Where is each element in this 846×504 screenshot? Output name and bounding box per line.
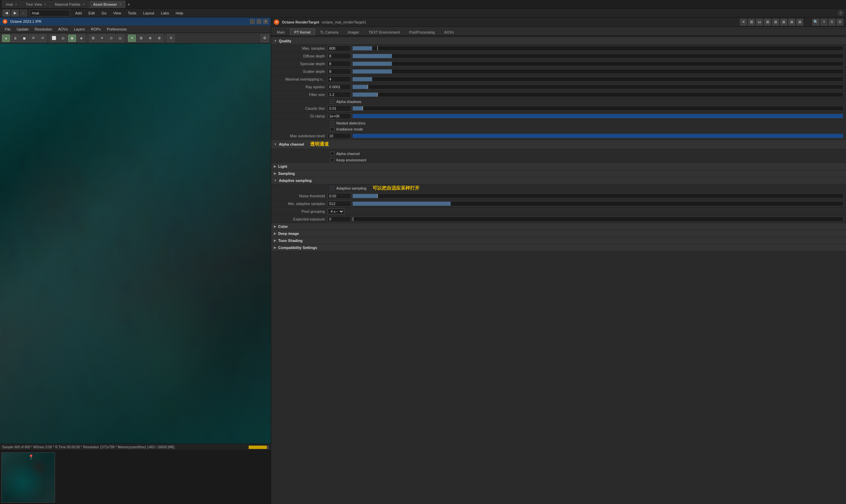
tab-mat[interactable]: /mat ✕ (2, 1, 21, 8)
param-value-maxoverlap[interactable] (327, 76, 351, 82)
toolbar-camera-button[interactable]: ⊗ (155, 35, 163, 42)
toolbar-refresh-button[interactable]: ⟳ (29, 35, 37, 42)
ipr-maximize-button[interactable]: □ (257, 19, 262, 24)
quality-section-header[interactable]: ▼ Quality (271, 38, 846, 44)
header-grid6-icon[interactable]: ⊞ (796, 19, 803, 25)
tab-treeview-close[interactable]: ✕ (44, 3, 47, 6)
tab-tlcamera[interactable]: TL Camera (316, 29, 343, 36)
checkbox-irradiancemode[interactable] (330, 127, 334, 131)
checkbox-keepenv[interactable] (330, 158, 334, 162)
toolbar-crosshair-button[interactable]: ✛ (167, 35, 175, 42)
menu-edit[interactable]: Edit (86, 11, 98, 16)
tab-treeview[interactable]: Tree View ✕ (22, 1, 50, 8)
header-question-icon[interactable]: ? (821, 19, 827, 25)
toolbar-grid2-button[interactable]: ⊞ (137, 35, 145, 42)
info-button[interactable]: ? (838, 11, 843, 16)
adaptivesampling-section-header[interactable]: ▼ Adaptive sampling (271, 177, 846, 184)
menu-add[interactable]: Add (72, 11, 85, 16)
header-info-icon[interactable]: ① (829, 19, 835, 25)
checkbox-nesteddielectrics[interactable] (330, 121, 334, 125)
alphachannel-section-header[interactable]: ▼ Alpha channel 透明通道 (271, 140, 846, 149)
param-value-scatterdepth[interactable] (327, 69, 351, 74)
param-value-speculardepth[interactable] (327, 61, 351, 67)
header-grid3-icon[interactable]: ⊞ (772, 19, 779, 25)
param-value-noisethreshold[interactable] (327, 193, 351, 199)
menu-go[interactable]: Go (99, 11, 109, 16)
param-value-maxsamples[interactable] (327, 45, 351, 51)
toolbar-sun-button[interactable]: ☀ (98, 35, 106, 42)
ipr-minimize-button[interactable]: − (250, 19, 255, 24)
deepimage-section-header[interactable]: ▶ Deep image (271, 230, 846, 237)
toolbar-reset-button[interactable]: ↺ (38, 35, 46, 42)
header-info2-icon[interactable]: ② (836, 19, 843, 25)
param-value-diffusedepth[interactable] (327, 53, 351, 59)
slider-expectedexposure[interactable] (353, 217, 843, 221)
toolbar-expand-button[interactable]: ⊞ (89, 35, 97, 42)
toolbar-focus-button[interactable]: ◎ (116, 35, 124, 42)
param-value-expectedexposure[interactable] (327, 216, 351, 222)
slider-maxsamples[interactable] (353, 46, 843, 51)
slider-diffusedepth[interactable] (353, 54, 843, 58)
ipr-menu-update[interactable]: Update (14, 26, 31, 32)
sampling-section-header[interactable]: ▶ Sampling (271, 170, 846, 177)
path-field[interactable] (30, 10, 70, 16)
checkbox-alphashadows[interactable] (330, 100, 334, 104)
tab-postprocessing[interactable]: PostProcessing (405, 29, 439, 36)
toolbar-render-button[interactable]: ● (2, 35, 10, 42)
header-grid5-icon[interactable]: ⊞ (788, 19, 795, 25)
tab-materialpalette-close[interactable]: ✕ (83, 3, 85, 6)
header-h-icon[interactable]: H (756, 19, 763, 25)
toolbar-settings-button[interactable]: ⚙ (261, 35, 269, 42)
menu-help[interactable]: Help (173, 11, 186, 16)
param-value-giclamp[interactable] (327, 113, 351, 119)
ipr-menu-preferences[interactable]: Preferences (104, 26, 129, 32)
ipr-menu-resolution[interactable]: Resolution (32, 26, 55, 32)
header-close-icon[interactable]: ✕ (740, 19, 747, 25)
tab-main[interactable]: Main (272, 29, 289, 36)
toolbar-home-button[interactable]: ⊕ (146, 35, 154, 42)
tab-ptkernel[interactable]: PT Kernel (290, 29, 315, 36)
toolbar-star-button[interactable]: ✦ (128, 35, 136, 42)
param-value-minadaptive[interactable] (327, 201, 351, 207)
ipr-close-button[interactable]: ✕ (264, 19, 268, 24)
param-value-causticblur[interactable] (327, 105, 351, 111)
color-section-header[interactable]: ▶ Color (271, 223, 846, 230)
tab-add-button[interactable]: + (126, 2, 131, 7)
tab-aovs[interactable]: AOVs (440, 29, 458, 36)
slider-minadaptive[interactable] (353, 201, 843, 206)
menu-layout[interactable]: Layout (141, 11, 157, 16)
slider-noisethreshold[interactable] (353, 194, 843, 198)
slider-maxsubdivision[interactable] (353, 133, 843, 138)
ipr-menu-rops[interactable]: ROPs (88, 26, 103, 32)
tab-mat-close[interactable]: ✕ (15, 3, 17, 6)
param-select-pixelgrouping[interactable]: 4 x 4 2 x 2 1 x 1 8 x 8 (327, 209, 344, 214)
header-grid4-icon[interactable]: ⊞ (780, 19, 787, 25)
slider-rayepsilon[interactable] (353, 85, 843, 89)
ipr-menu-aovs[interactable]: AOVs (55, 26, 71, 32)
ipr-menu-layers[interactable]: Layers (71, 26, 88, 32)
tab-materialpalette[interactable]: Material Palette ✕ (51, 1, 89, 8)
checkbox-alphachannel[interactable] (330, 152, 334, 156)
tab-imager[interactable]: Imager (343, 29, 363, 36)
tab-textenvironment[interactable]: TEXT Environment (364, 29, 404, 36)
menu-tools[interactable]: Tools (125, 11, 139, 16)
nav-back-button[interactable]: ◀ (3, 10, 10, 16)
slider-giclamp[interactable] (353, 114, 843, 119)
slider-filtersize[interactable] (353, 92, 843, 97)
toolbar-active-button[interactable]: ◉ (68, 35, 76, 42)
slider-speculardepth[interactable] (353, 61, 843, 66)
nav-fwd-button[interactable]: ▶ (12, 10, 19, 16)
compatibility-section-header[interactable]: ▶ Compatibility Settings (271, 244, 846, 251)
slider-scatterdepth[interactable] (353, 69, 843, 74)
home-button[interactable]: ⌂ (20, 10, 27, 16)
toolbar-region-button[interactable]: ⬜ (50, 35, 58, 42)
header-grid2-icon[interactable]: ⊞ (764, 19, 771, 25)
param-value-rayepsilon[interactable] (327, 84, 351, 90)
tab-assetbrowser[interactable]: Asset Browser ✕ (90, 1, 126, 8)
toolbar-stop-button[interactable]: ⏹ (20, 35, 28, 42)
toolbar-grid-button[interactable]: ◈ (77, 35, 85, 42)
header-grid-icon[interactable]: ⊞ (748, 19, 755, 25)
toolbar-pause-button[interactable]: ⏸ (11, 35, 19, 42)
ipr-menu-file[interactable]: File (2, 26, 14, 32)
header-search-icon[interactable]: 🔍 (812, 19, 819, 25)
